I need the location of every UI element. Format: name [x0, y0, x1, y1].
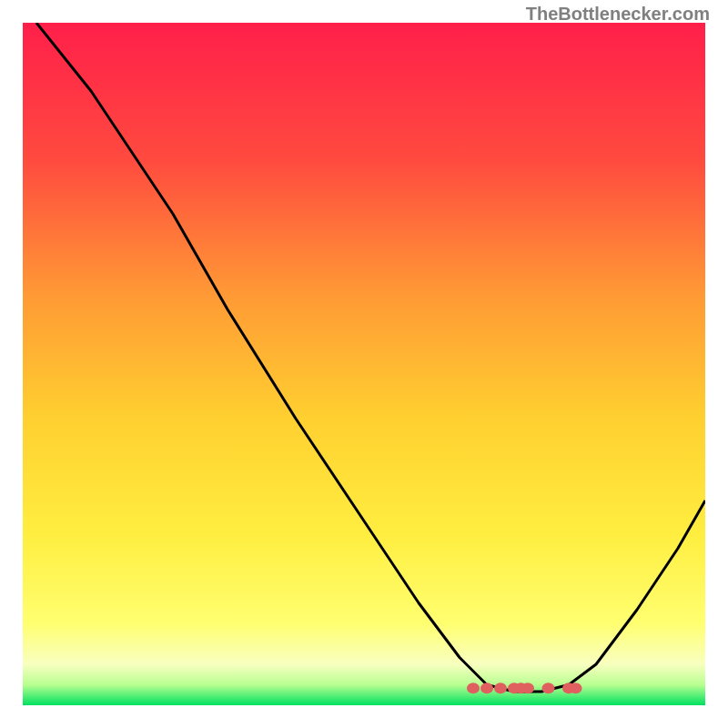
svg-point-5 — [521, 682, 534, 693]
gradient-plot-area — [23, 23, 705, 705]
chart-svg — [23, 23, 705, 705]
svg-point-0 — [467, 682, 480, 693]
bottleneck-markers — [467, 682, 582, 693]
svg-point-1 — [480, 682, 493, 693]
svg-point-8 — [570, 682, 582, 693]
chart-container — [23, 23, 705, 705]
watermark-text: TheBottlenecker.com — [526, 4, 710, 25]
svg-point-2 — [494, 682, 507, 693]
svg-point-6 — [542, 682, 555, 693]
